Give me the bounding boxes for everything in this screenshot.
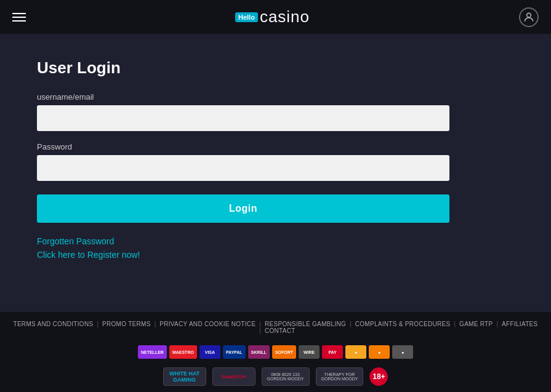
password-label: Password: [37, 142, 449, 151]
therapy-badge: THERAPY FORGORDON MOODY: [316, 367, 364, 386]
footer-nav-separator: |: [450, 321, 459, 327]
payment-methods: NETELLERMAESTROVISAPAYPALSKRILLSOFORTWIR…: [0, 340, 551, 364]
footer-nav-item[interactable]: PRIVACY AND COOKIE NOTICE: [159, 321, 255, 327]
footer-nav-separator: |: [93, 321, 102, 327]
age18-badge: 18+: [369, 367, 388, 386]
forgotten-password-link[interactable]: Forgotten Password: [37, 236, 140, 246]
form-links: Forgotten Password Click here to Registe…: [37, 236, 140, 260]
payment-badge: MAESTRO: [169, 345, 197, 359]
payment-badge: PAY: [322, 345, 343, 359]
gordon-moody-badge: 0808 8020 133GORDON MOODY: [262, 367, 310, 386]
payment-badge: VISA: [199, 345, 220, 359]
logo: Hello casino: [235, 7, 310, 26]
payment-badge: ●: [345, 345, 366, 359]
footer-nav-item[interactable]: AFFILIATES: [502, 321, 537, 327]
page-title: User Login: [37, 58, 121, 78]
login-button[interactable]: Login: [37, 194, 449, 223]
footer-nav-item[interactable]: CONTACT: [265, 327, 296, 334]
svg-point-0: [527, 13, 531, 17]
payment-badge: SOFORT: [272, 345, 296, 359]
whitehat-badge: WHITE HATGAMING: [163, 367, 206, 386]
payment-badge: PAYPAL: [223, 345, 246, 359]
payment-badge: ●: [392, 345, 413, 359]
payment-badge: NETELLER: [138, 345, 167, 359]
user-account-icon[interactable]: [519, 7, 539, 27]
username-label: username/email: [37, 92, 449, 102]
username-group: username/email: [37, 92, 449, 131]
footer-nav-item[interactable]: COMPLAINTS & PROCEDURES: [355, 321, 451, 327]
header: Hello casino: [0, 0, 551, 34]
username-input[interactable]: [37, 105, 449, 131]
footer-nav-separator: |: [255, 321, 265, 327]
footer-nav-item[interactable]: GAME RTP: [459, 321, 493, 327]
footer-nav-item[interactable]: TERMS AND CONDITIONS: [13, 321, 93, 327]
password-input[interactable]: [37, 155, 449, 181]
payment-badge: ●: [369, 345, 390, 359]
footer-nav-item[interactable]: RESPONSIBLE GAMBLING: [265, 321, 346, 327]
hamburger-menu[interactable]: [12, 13, 26, 22]
payment-badge: WIRE: [299, 345, 320, 359]
main-content: User Login username/email Password Login…: [0, 34, 551, 312]
gamstop-badge: GAMSTOP: [212, 367, 255, 386]
footer: TERMS AND CONDITIONS|PROMO TERMS|PRIVACY…: [0, 312, 551, 392]
footer-nav-separator: |: [346, 321, 355, 327]
footer-nav-separator: |: [493, 321, 502, 327]
footer-nav-item[interactable]: PROMO TERMS: [102, 321, 151, 327]
register-link[interactable]: Click here to Register now!: [37, 250, 140, 260]
password-group: Password: [37, 142, 449, 181]
logo-casino: casino: [260, 7, 310, 26]
footer-nav-separator: |: [255, 327, 265, 334]
footer-nav-separator: |: [151, 321, 160, 327]
payment-badge: SKRILL: [248, 345, 270, 359]
certification-badges: WHITE HATGAMING GAMSTOP 0808 8020 133GOR…: [0, 364, 551, 392]
logo-hello: Hello: [235, 12, 258, 22]
footer-nav: TERMS AND CONDITIONS|PROMO TERMS|PRIVACY…: [0, 312, 551, 340]
